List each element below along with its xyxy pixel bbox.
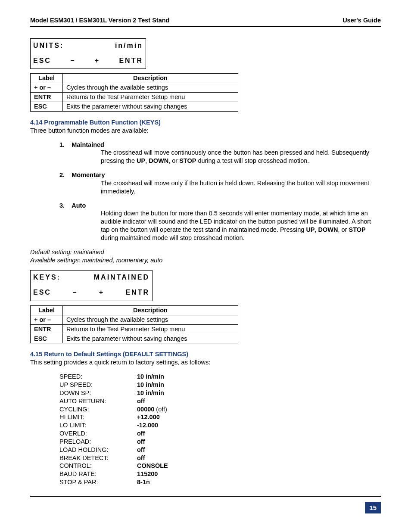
settings-label: STOP & PAR: [59, 478, 137, 486]
page-number: 15 [365, 502, 381, 514]
cell-desc: Returns to the Test Parameter Setup menu [63, 324, 238, 334]
kw-stop: STOP [179, 157, 196, 164]
table-row: ENTR Returns to the Test Parameter Setup… [31, 324, 238, 334]
cell-desc: Exits the parameter without saving chang… [63, 334, 238, 343]
table-row: + or – Cycles through the available sett… [31, 315, 238, 324]
page-header: Model ESM301 / ESM301L Version 2 Test St… [30, 16, 381, 27]
table-row: ESC Exits the parameter without saving c… [31, 102, 238, 111]
section-intro-414: Three button function modes are availabl… [30, 127, 381, 135]
cell-label: ENTR [31, 93, 63, 102]
settings-row: UP SPEED:10 in/min [59, 381, 381, 389]
settings-row: LO LIMIT:-12.000 [59, 421, 381, 429]
settings-value: off [137, 397, 145, 405]
settings-row: OVERLD:off [59, 429, 381, 438]
section-intro-415: This setting provides a quick return to … [30, 358, 381, 367]
list-item-2: 2. Momentary The crosshead will move onl… [59, 171, 381, 196]
section-head-415: 4.15 Return to Default Settings (DEFAULT… [30, 350, 381, 358]
kw-down: DOWN [149, 157, 168, 164]
lcd-plus: + [99, 288, 104, 297]
body-text: during maintained mode will stop crosshe… [101, 234, 245, 241]
list-item-3: 3. Auto Holding down the button for more… [59, 202, 381, 242]
settings-label: BAUD RATE: [59, 470, 137, 478]
settings-row: HI LIMIT:+12.000 [59, 413, 381, 421]
list-item-1: 1. Maintained The crosshead will move co… [59, 141, 381, 165]
lcd-units-label: UNITS: [33, 41, 64, 50]
settings-row: AUTO RETURN:off [59, 397, 381, 405]
settings-value: 00000 (off) [137, 405, 167, 414]
cell-label: ENTR [31, 324, 63, 334]
settings-label: DOWN SP: [59, 389, 137, 397]
settings-label: UP SPEED: [59, 381, 137, 389]
settings-label: BREAK DETECT: [59, 454, 137, 462]
table-row: ESC Exits the parameter without saving c… [31, 334, 238, 343]
sep: , [315, 226, 318, 233]
settings-label: CYCLING: [59, 405, 137, 414]
cell-desc: Exits the parameter without saving chang… [63, 102, 238, 111]
kw-stop: STOP [349, 226, 366, 233]
keys-table: Label Description + or – Cycles through … [30, 305, 238, 343]
cell-desc: Returns to the Test Parameter Setup menu [63, 93, 238, 102]
lcd-minus: − [70, 56, 75, 65]
settings-value: 10 in/min [137, 381, 164, 389]
header-left: Model ESM301 / ESM301L Version 2 Test St… [30, 16, 169, 25]
cell-label: ESC [31, 102, 63, 111]
settings-label: LO LIMIT: [59, 421, 137, 429]
available-settings: Available settings: maintained, momentar… [30, 256, 381, 264]
settings-row: PRELOAD:off [59, 438, 381, 446]
item-num: 1. [59, 141, 65, 148]
th-desc: Description [63, 306, 238, 315]
lcd-esc: ESC [33, 288, 51, 297]
lcd-display-keys: KEYS: MAINTAINED ESC − + ENTR [30, 270, 153, 301]
lcd-minus: − [72, 288, 78, 297]
settings-row: CONTROL:CONSOLE [59, 462, 381, 470]
lcd-display-units: UNITS: in/min ESC − + ENTR [30, 38, 146, 69]
item-title: Maintained [72, 141, 104, 148]
settings-value: CONSOLE [137, 462, 168, 470]
settings-value: -12.000 [137, 421, 158, 429]
settings-label: LOAD HOLDING: [59, 446, 137, 454]
settings-row: BAUD RATE:115200 [59, 470, 381, 478]
settings-label: PRELOAD: [59, 438, 137, 446]
settings-row: STOP & PAR:8-1n [59, 478, 381, 486]
th-desc: Description [63, 74, 238, 83]
item-num: 2. [59, 171, 65, 178]
settings-label: SPEED: [59, 373, 137, 381]
body-text: The crosshead will move only if the butt… [101, 179, 381, 196]
kw-up: UP [306, 226, 314, 233]
lcd-entr: ENTR [125, 288, 149, 297]
item-title: Auto [72, 202, 86, 209]
settings-label: AUTO RETURN: [59, 397, 137, 405]
settings-row: LOAD HOLDING:off [59, 446, 381, 454]
settings-row: CYCLING:00000 (off) [59, 405, 381, 414]
section-head-414: 4.14 Programmable Button Function (KEYS) [30, 118, 381, 127]
footer-rule [30, 496, 381, 497]
lcd-keys-value: MAINTAINED [94, 273, 149, 282]
units-table: Label Description + or – Cycles through … [30, 73, 238, 111]
settings-label: HI LIMIT: [59, 413, 137, 421]
settings-value: 115200 [137, 470, 158, 478]
default-settings-list: SPEED:10 in/min UP SPEED:10 in/min DOWN … [30, 373, 381, 486]
settings-label: CONTROL: [59, 462, 137, 470]
settings-row: BREAK DETECT:off [59, 454, 381, 462]
cell-label: + or – [31, 315, 63, 324]
item-title: Momentary [72, 171, 105, 178]
th-label: Label [31, 74, 63, 83]
settings-label: OVERLD: [59, 429, 137, 438]
cell-desc: Cycles through the available settings [63, 83, 238, 93]
kw-down: DOWN [318, 226, 338, 233]
sep: , or [338, 226, 349, 233]
lcd-keys-label: KEYS: [33, 273, 61, 282]
settings-value: +12.000 [137, 413, 160, 421]
settings-value: 10 in/min [137, 373, 164, 381]
settings-value: off [137, 446, 145, 454]
cell-label: ESC [31, 334, 63, 343]
cell-label: + or – [31, 83, 63, 93]
th-label: Label [31, 306, 63, 315]
lcd-esc: ESC [33, 56, 51, 65]
settings-value: off [137, 429, 145, 438]
table-row: + or – Cycles through the available sett… [31, 83, 238, 93]
settings-row: DOWN SP:10 in/min [59, 389, 381, 397]
table-row: ENTR Returns to the Test Parameter Setup… [31, 93, 238, 102]
body-text: during a test will stop crosshead motion… [196, 157, 309, 164]
default-setting: Default setting: maintained [30, 248, 381, 256]
